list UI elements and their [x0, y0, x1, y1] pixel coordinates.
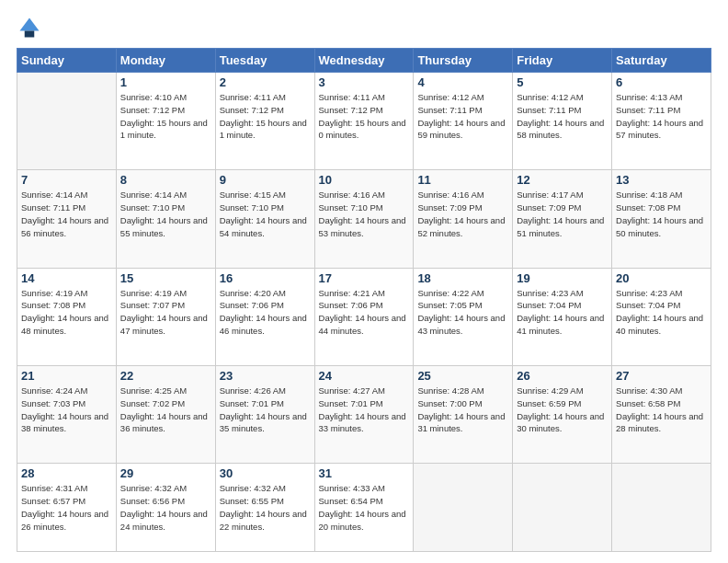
day-info: Sunrise: 4:21 AMSunset: 7:06 PMDaylight:… [319, 287, 410, 338]
day-info: Sunrise: 4:12 AMSunset: 7:11 PMDaylight:… [517, 91, 608, 142]
svg-rect-1 [25, 31, 35, 38]
day-number: 13 [616, 173, 707, 187]
calendar-cell [612, 464, 711, 552]
day-number: 24 [319, 369, 410, 383]
day-info: Sunrise: 4:29 AMSunset: 6:59 PMDaylight:… [517, 385, 608, 435]
day-number: 22 [120, 369, 211, 383]
calendar-cell [513, 464, 612, 552]
day-number: 31 [319, 466, 410, 480]
day-info: Sunrise: 4:14 AMSunset: 7:10 PMDaylight:… [120, 189, 211, 239]
day-info: Sunrise: 4:11 AMSunset: 7:12 PMDaylight:… [220, 91, 311, 142]
day-number: 27 [616, 369, 707, 383]
calendar-cell: 5Sunrise: 4:12 AMSunset: 7:11 PMDaylight… [513, 73, 612, 170]
calendar-cell: 1Sunrise: 4:10 AMSunset: 7:12 PMDaylight… [116, 73, 215, 170]
calendar-cell: 24Sunrise: 4:27 AMSunset: 7:01 PMDayligh… [314, 366, 414, 464]
calendar-header-tuesday: Tuesday [215, 49, 314, 73]
calendar-week-2: 7Sunrise: 4:14 AMSunset: 7:11 PMDaylight… [17, 170, 711, 268]
day-info: Sunrise: 4:13 AMSunset: 7:11 PMDaylight:… [616, 91, 707, 142]
calendar-cell: 14Sunrise: 4:19 AMSunset: 7:08 PMDayligh… [17, 268, 117, 365]
calendar-cell: 27Sunrise: 4:30 AMSunset: 6:58 PMDayligh… [612, 366, 711, 464]
svg-marker-0 [20, 18, 40, 31]
calendar-cell: 15Sunrise: 4:19 AMSunset: 7:07 PMDayligh… [116, 268, 215, 365]
calendar-week-5: 28Sunrise: 4:31 AMSunset: 6:57 PMDayligh… [17, 464, 711, 552]
day-number: 11 [417, 173, 508, 187]
day-number: 10 [319, 173, 410, 187]
calendar-cell: 23Sunrise: 4:26 AMSunset: 7:01 PMDayligh… [215, 366, 314, 464]
calendar-cell: 9Sunrise: 4:15 AMSunset: 7:10 PMDaylight… [215, 170, 314, 268]
day-info: Sunrise: 4:20 AMSunset: 7:06 PMDaylight:… [220, 287, 311, 338]
day-number: 29 [120, 466, 211, 480]
day-info: Sunrise: 4:14 AMSunset: 7:11 PMDaylight:… [21, 189, 112, 239]
day-number: 26 [517, 369, 608, 383]
day-number: 20 [616, 271, 707, 285]
day-info: Sunrise: 4:26 AMSunset: 7:01 PMDaylight:… [220, 385, 311, 435]
calendar-cell: 16Sunrise: 4:20 AMSunset: 7:06 PMDayligh… [215, 268, 314, 365]
calendar-cell: 30Sunrise: 4:32 AMSunset: 6:55 PMDayligh… [215, 464, 314, 552]
day-number: 4 [417, 75, 508, 89]
day-info: Sunrise: 4:24 AMSunset: 7:03 PMDaylight:… [21, 385, 112, 435]
day-info: Sunrise: 4:11 AMSunset: 7:12 PMDaylight:… [319, 91, 410, 142]
day-info: Sunrise: 4:28 AMSunset: 7:00 PMDaylight:… [417, 385, 508, 435]
calendar-header-row: SundayMondayTuesdayWednesdayThursdayFrid… [17, 49, 711, 73]
calendar-cell: 28Sunrise: 4:31 AMSunset: 6:57 PMDayligh… [17, 464, 117, 552]
calendar-cell: 25Sunrise: 4:28 AMSunset: 7:00 PMDayligh… [414, 366, 513, 464]
day-number: 23 [220, 369, 311, 383]
day-number: 15 [120, 271, 211, 285]
calendar-week-4: 21Sunrise: 4:24 AMSunset: 7:03 PMDayligh… [17, 366, 711, 464]
calendar-cell: 13Sunrise: 4:18 AMSunset: 7:08 PMDayligh… [612, 170, 711, 268]
calendar-week-3: 14Sunrise: 4:19 AMSunset: 7:08 PMDayligh… [17, 268, 711, 365]
day-info: Sunrise: 4:25 AMSunset: 7:02 PMDaylight:… [120, 385, 211, 435]
day-info: Sunrise: 4:15 AMSunset: 7:10 PMDaylight:… [220, 189, 311, 239]
day-info: Sunrise: 4:19 AMSunset: 7:07 PMDaylight:… [120, 287, 211, 338]
calendar-cell: 10Sunrise: 4:16 AMSunset: 7:10 PMDayligh… [314, 170, 414, 268]
day-number: 1 [120, 75, 211, 89]
calendar-cell [17, 73, 117, 170]
calendar-cell: 7Sunrise: 4:14 AMSunset: 7:11 PMDaylight… [17, 170, 117, 268]
day-number: 28 [21, 466, 112, 480]
calendar-cell: 31Sunrise: 4:33 AMSunset: 6:54 PMDayligh… [314, 464, 414, 552]
day-info: Sunrise: 4:33 AMSunset: 6:54 PMDaylight:… [319, 482, 410, 533]
calendar-cell: 22Sunrise: 4:25 AMSunset: 7:02 PMDayligh… [116, 366, 215, 464]
calendar-cell: 19Sunrise: 4:23 AMSunset: 7:04 PMDayligh… [513, 268, 612, 365]
calendar-cell: 3Sunrise: 4:11 AMSunset: 7:12 PMDaylight… [314, 73, 414, 170]
day-number: 21 [21, 369, 112, 383]
header [17, 15, 711, 40]
day-info: Sunrise: 4:19 AMSunset: 7:08 PMDaylight:… [21, 287, 112, 338]
day-info: Sunrise: 4:31 AMSunset: 6:57 PMDaylight:… [21, 482, 112, 533]
day-number: 12 [517, 173, 608, 187]
day-info: Sunrise: 4:16 AMSunset: 7:10 PMDaylight:… [319, 189, 410, 239]
calendar-cell: 26Sunrise: 4:29 AMSunset: 6:59 PMDayligh… [513, 366, 612, 464]
calendar-cell: 29Sunrise: 4:32 AMSunset: 6:56 PMDayligh… [116, 464, 215, 552]
day-info: Sunrise: 4:32 AMSunset: 6:55 PMDaylight:… [220, 482, 311, 533]
calendar-cell: 18Sunrise: 4:22 AMSunset: 7:05 PMDayligh… [414, 268, 513, 365]
calendar-header-wednesday: Wednesday [314, 49, 414, 73]
day-number: 16 [220, 271, 311, 285]
logo-icon [17, 15, 42, 40]
day-number: 9 [220, 173, 311, 187]
calendar-cell: 11Sunrise: 4:16 AMSunset: 7:09 PMDayligh… [414, 170, 513, 268]
day-number: 5 [517, 75, 608, 89]
day-number: 25 [417, 369, 508, 383]
day-info: Sunrise: 4:17 AMSunset: 7:09 PMDaylight:… [517, 189, 608, 239]
calendar-cell [414, 464, 513, 552]
day-info: Sunrise: 4:18 AMSunset: 7:08 PMDaylight:… [616, 189, 707, 239]
calendar-week-1: 1Sunrise: 4:10 AMSunset: 7:12 PMDaylight… [17, 73, 711, 170]
calendar-cell: 20Sunrise: 4:23 AMSunset: 7:04 PMDayligh… [612, 268, 711, 365]
day-number: 19 [517, 271, 608, 285]
day-info: Sunrise: 4:23 AMSunset: 7:04 PMDaylight:… [517, 287, 608, 338]
day-number: 2 [220, 75, 311, 89]
calendar-cell: 4Sunrise: 4:12 AMSunset: 7:11 PMDaylight… [414, 73, 513, 170]
day-number: 14 [21, 271, 112, 285]
logo [17, 15, 46, 40]
day-info: Sunrise: 4:27 AMSunset: 7:01 PMDaylight:… [319, 385, 410, 435]
calendar-header-monday: Monday [116, 49, 215, 73]
day-info: Sunrise: 4:10 AMSunset: 7:12 PMDaylight:… [120, 91, 211, 142]
day-info: Sunrise: 4:30 AMSunset: 6:58 PMDaylight:… [616, 385, 707, 435]
day-info: Sunrise: 4:12 AMSunset: 7:11 PMDaylight:… [417, 91, 508, 142]
day-info: Sunrise: 4:16 AMSunset: 7:09 PMDaylight:… [417, 189, 508, 239]
calendar-header-saturday: Saturday [612, 49, 711, 73]
page: SundayMondayTuesdayWednesdayThursdayFrid… [0, 0, 728, 563]
calendar-cell: 2Sunrise: 4:11 AMSunset: 7:12 PMDaylight… [215, 73, 314, 170]
calendar-table: SundayMondayTuesdayWednesdayThursdayFrid… [17, 48, 711, 552]
calendar-cell: 8Sunrise: 4:14 AMSunset: 7:10 PMDaylight… [116, 170, 215, 268]
